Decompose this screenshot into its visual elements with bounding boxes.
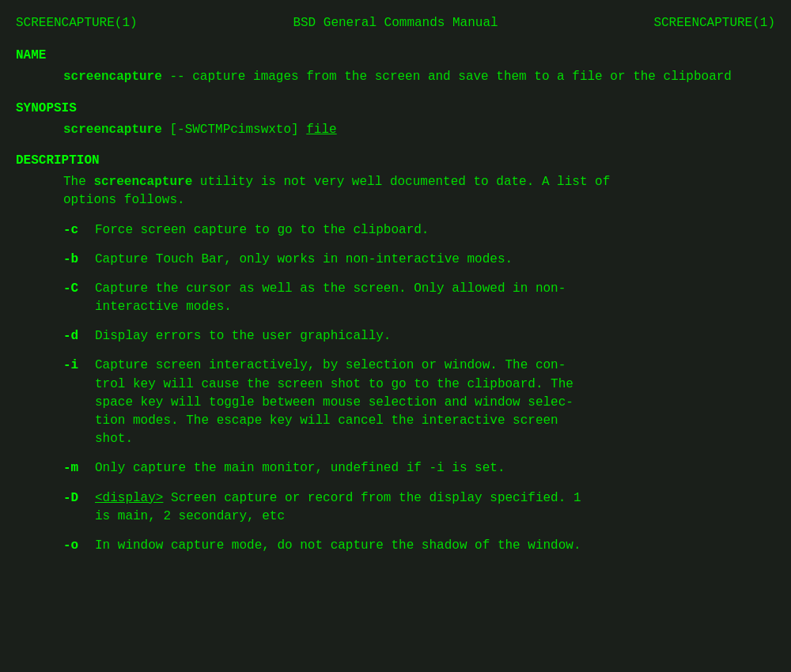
synopsis-content: screencapture [-SWCTMPcimswxto] file [16, 121, 775, 139]
display-link[interactable]: <display> [95, 491, 163, 505]
flag-b: -b [16, 251, 95, 269]
option-cap-c: -C Capture the cursor as well as the scr… [16, 280, 775, 316]
flag-cap-c: -C [16, 280, 95, 316]
description-intro: The screencapture utility is not very we… [16, 173, 775, 210]
description-label: DESCRIPTION [16, 152, 775, 170]
desc-cap-c: Capture the cursor as well as the screen… [95, 280, 775, 316]
header-right: SCREENCAPTURE(1) [653, 14, 775, 32]
option-b: -b Capture Touch Bar, only works in non-… [16, 251, 775, 269]
desc-cap-d: <display> Screen capture or record from … [95, 489, 775, 526]
desc-b: Capture Touch Bar, only works in non-int… [95, 251, 775, 269]
synopsis-options: [-SWCTMPcimswxto] [162, 123, 299, 137]
name-rest: -- capture images from the screen and sa… [162, 70, 732, 84]
flag-m: -m [16, 459, 95, 478]
option-cap-d: -D <display> Screen capture or record fr… [16, 489, 775, 526]
name-label: NAME [16, 47, 775, 65]
desc-m: Only capture the main monitor, undefined… [95, 459, 775, 478]
option-m: -m Only capture the main monitor, undefi… [16, 459, 775, 478]
flag-c: -c [16, 221, 95, 240]
name-command: screencapture [63, 70, 162, 84]
name-description: screencapture -- capture images from the… [16, 68, 775, 86]
header-left: SCREENCAPTURE(1) [16, 14, 138, 32]
flag-i: -i [16, 357, 95, 448]
desc-i: Capture screen interactively, by selecti… [95, 357, 775, 448]
description-section: DESCRIPTION The screencapture utility is… [16, 152, 775, 555]
manual-header: SCREENCAPTURE(1) BSD General Commands Ma… [16, 14, 775, 32]
option-c: -c Force screen capture to go to the cli… [16, 221, 775, 240]
synopsis-file-link[interactable]: file [306, 123, 336, 137]
description-intro-start: The [63, 175, 93, 189]
synopsis-section: SYNOPSIS screencapture [-SWCTMPcimswxto]… [16, 100, 775, 139]
synopsis-label: SYNOPSIS [16, 100, 775, 118]
option-o: -o In window capture mode, do not captur… [16, 537, 775, 555]
option-i: -i Capture screen interactively, by sele… [16, 357, 775, 448]
flag-cap-d: -D [16, 489, 95, 526]
desc-c: Force screen capture to go to the clipbo… [95, 221, 775, 240]
option-d: -d Display errors to the user graphicall… [16, 327, 775, 345]
name-section: NAME screencapture -- capture images fro… [16, 47, 775, 86]
desc-o: In window capture mode, do not capture t… [95, 537, 775, 555]
flag-o: -o [16, 537, 95, 555]
desc-d: Display errors to the user graphically. [95, 327, 775, 345]
flag-d: -d [16, 327, 95, 345]
description-intro-bold: screencapture [93, 175, 192, 189]
header-center: BSD General Commands Manual [293, 14, 498, 32]
synopsis-command: screencapture [63, 123, 162, 137]
